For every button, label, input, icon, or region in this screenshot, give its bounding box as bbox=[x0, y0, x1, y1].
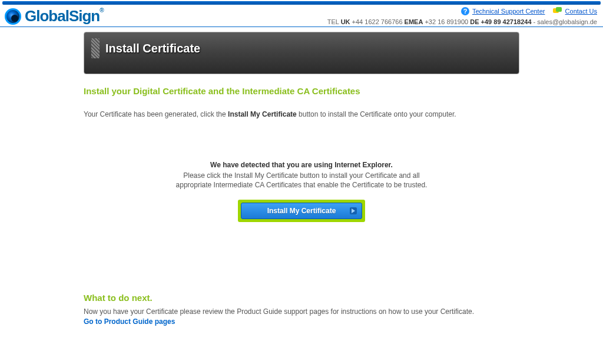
svg-rect-3 bbox=[556, 7, 562, 12]
page-content: Install Certificate Install your Digital… bbox=[84, 27, 519, 349]
logo-text-prefix: Global bbox=[25, 7, 69, 25]
contact-link[interactable]: Contact Us bbox=[565, 8, 597, 15]
email: sales@globalsign.de bbox=[537, 18, 597, 25]
help-icon: ? bbox=[461, 7, 469, 16]
tel-emea: +32 16 891900 bbox=[425, 18, 468, 25]
tel-label: TEL bbox=[327, 18, 339, 25]
tel-de-label: DE bbox=[470, 18, 479, 25]
instruction-line-1: Please click the Install My Certificate … bbox=[84, 171, 519, 180]
page-title: Install Certificate bbox=[105, 42, 200, 55]
registered-mark: ® bbox=[100, 7, 103, 14]
intro-paragraph: Your Certificate has been generated, cli… bbox=[84, 109, 519, 120]
logo[interactable]: GlobalSign® bbox=[5, 7, 104, 25]
next-steps-section: What to do next. Now you have your Certi… bbox=[84, 293, 519, 326]
install-my-certificate-button[interactable]: Install My Certificate bbox=[241, 203, 362, 219]
next-steps-title: What to do next. bbox=[84, 293, 519, 303]
tel-uk-label: UK bbox=[341, 18, 350, 25]
install-button-label: Install My Certificate bbox=[267, 207, 336, 215]
next-steps-text: Now you have your Certificate please rev… bbox=[84, 306, 519, 317]
intro-bold: Install My Certificate bbox=[228, 110, 297, 118]
title-stripes-icon bbox=[91, 38, 100, 58]
intro-prefix: Your Certificate has been generated, cli… bbox=[84, 110, 228, 118]
chat-icon bbox=[553, 7, 562, 16]
header-right: ? Technical Support Center Contact Us TE… bbox=[327, 7, 597, 25]
svg-text:?: ? bbox=[463, 8, 468, 15]
tel-uk: +44 1622 766766 bbox=[352, 18, 403, 25]
svg-marker-4 bbox=[352, 209, 355, 213]
product-guide-link[interactable]: Go to Product Guide pages bbox=[84, 317, 175, 326]
page-title-bar: Install Certificate bbox=[84, 32, 519, 74]
header-links: ? Technical Support Center Contact Us bbox=[327, 7, 597, 16]
detected-browser-text: We have detected that you are using Inte… bbox=[84, 161, 519, 169]
instruction-line-2: appropriate Intermediate CA Certificates… bbox=[84, 181, 519, 189]
main-content: Install your Digital Certificate and the… bbox=[84, 74, 519, 349]
section-title: Install your Digital Certificate and the… bbox=[84, 86, 519, 96]
logo-text-suffix: Sign bbox=[69, 7, 100, 25]
logo-text: GlobalSign® bbox=[25, 7, 104, 25]
tel-emea-label: EMEA bbox=[405, 18, 423, 25]
intro-suffix: button to install the Certificate onto y… bbox=[297, 110, 456, 118]
browser-detection-block: We have detected that you are using Inte… bbox=[84, 161, 519, 222]
tel-de: +49 89 42718244 bbox=[481, 18, 532, 25]
header: GlobalSign® ? Technical Support Center C… bbox=[0, 5, 603, 27]
install-button-highlight: Install My Certificate bbox=[238, 200, 365, 222]
arrow-right-icon bbox=[350, 207, 357, 214]
contact-info: TEL UK +44 1622 766766 EMEA +32 16 89190… bbox=[327, 18, 597, 25]
logo-eye-icon bbox=[5, 8, 21, 25]
support-link[interactable]: Technical Support Center bbox=[472, 8, 545, 15]
